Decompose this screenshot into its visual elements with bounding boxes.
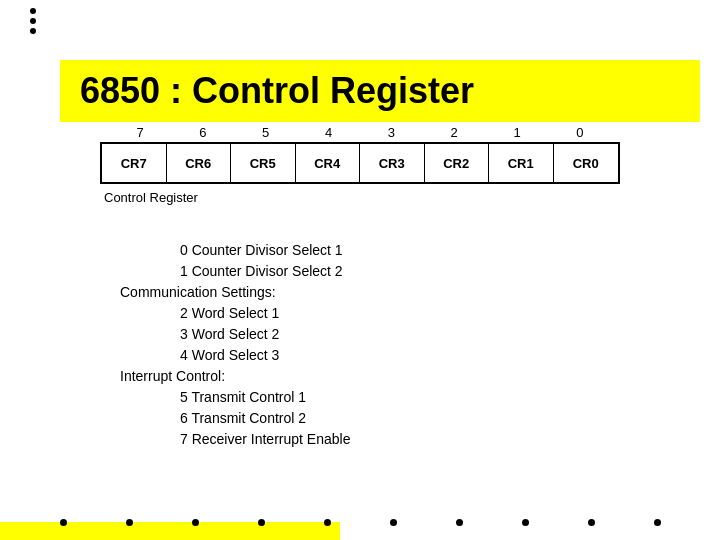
desc-1: 1 Counter Divisor Select 2 — [60, 261, 700, 282]
cell-cr4: CR4 — [296, 144, 361, 182]
bottom-dot-3 — [192, 519, 199, 526]
cell-cr3: CR3 — [360, 144, 425, 182]
cell-cr0: CR0 — [554, 144, 619, 182]
bit-3: 3 — [361, 125, 421, 140]
register-diagram: 7 6 5 4 3 2 1 0 CR7 CR6 CR5 CR4 CR3 CR2 … — [100, 125, 620, 205]
title-bar: 6850 : Control Register — [60, 60, 700, 122]
bit-7: 7 — [110, 125, 170, 140]
top-bullets — [30, 8, 36, 34]
desc-4: 4 Word Select 3 — [60, 345, 700, 366]
description-area: 0 Counter Divisor Select 1 1 Counter Div… — [60, 240, 700, 450]
bit-0: 0 — [550, 125, 610, 140]
bit-4: 4 — [299, 125, 359, 140]
bottom-dot-6 — [390, 519, 397, 526]
bottom-dot-10 — [654, 519, 661, 526]
cell-cr1: CR1 — [489, 144, 554, 182]
register-cells-row: CR7 CR6 CR5 CR4 CR3 CR2 CR1 CR0 — [100, 142, 620, 184]
bit-1: 1 — [487, 125, 547, 140]
desc-3: 3 Word Select 2 — [60, 324, 700, 345]
desc-5: 5 Transmit Control 1 — [60, 387, 700, 408]
desc-0: 0 Counter Divisor Select 1 — [60, 240, 700, 261]
bit-2: 2 — [424, 125, 484, 140]
cell-cr7: CR7 — [102, 144, 167, 182]
bit-5: 5 — [236, 125, 296, 140]
desc-2: 2 Word Select 1 — [60, 303, 700, 324]
bottom-dots-row — [0, 519, 720, 526]
bit-6: 6 — [173, 125, 233, 140]
bit-numbers-row: 7 6 5 4 3 2 1 0 — [100, 125, 620, 140]
desc-interrupt-control: Interrupt Control: — [60, 366, 700, 387]
bottom-dot-5 — [324, 519, 331, 526]
bottom-dot-4 — [258, 519, 265, 526]
bottom-dot-7 — [456, 519, 463, 526]
bottom-dot-9 — [588, 519, 595, 526]
cell-cr6: CR6 — [167, 144, 232, 182]
bullet-2 — [30, 18, 36, 24]
desc-comm-settings: Communication Settings: — [60, 282, 700, 303]
page-title: 6850 : Control Register — [80, 70, 474, 111]
bullet-1 — [30, 8, 36, 14]
desc-6: 6 Transmit Control 2 — [60, 408, 700, 429]
diagram-label: Control Register — [100, 190, 620, 205]
cell-cr2: CR2 — [425, 144, 490, 182]
bottom-dot-8 — [522, 519, 529, 526]
desc-7: 7 Receiver Interrupt Enable — [60, 429, 700, 450]
bottom-dot-2 — [126, 519, 133, 526]
cell-cr5: CR5 — [231, 144, 296, 182]
bottom-dot-1 — [60, 519, 67, 526]
bullet-3 — [30, 28, 36, 34]
